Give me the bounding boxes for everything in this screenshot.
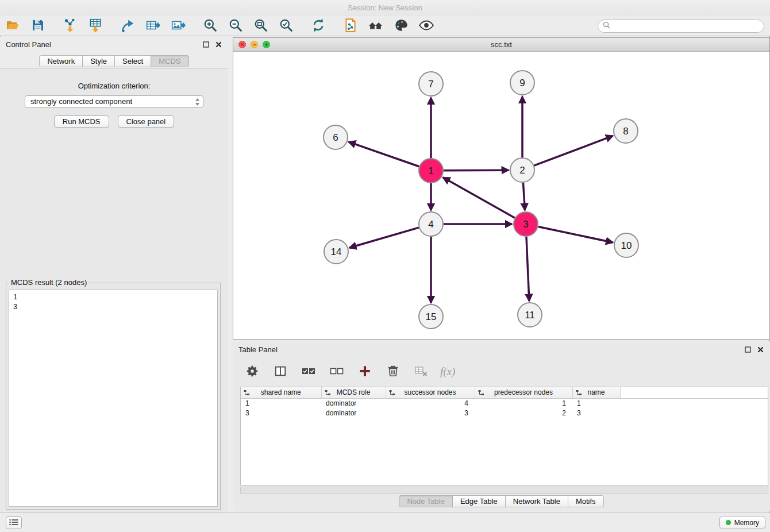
- node-label: 8: [623, 126, 628, 137]
- tab-node-table[interactable]: Node Table: [399, 495, 453, 507]
- refresh-view-button[interactable]: [309, 17, 328, 35]
- tab-edge-table[interactable]: Edge Table: [452, 495, 506, 507]
- control-panel-titlebar: Control Panel: [0, 37, 228, 52]
- table-settings-button[interactable]: [243, 363, 261, 381]
- graph-node-7[interactable]: 7: [419, 72, 443, 96]
- graph-node-2[interactable]: 2: [510, 158, 534, 182]
- graph-node-1[interactable]: 1: [419, 159, 443, 183]
- table-row[interactable]: 1 dominator 4 1 1: [241, 398, 768, 408]
- save-session-button[interactable]: [29, 17, 47, 35]
- edge-2-8[interactable]: [534, 136, 613, 165]
- main-toolbar: [0, 16, 770, 36]
- tab-select[interactable]: Select: [114, 55, 151, 67]
- export-image-button[interactable]: [169, 17, 187, 35]
- function-builder-button[interactable]: f(x): [440, 363, 455, 381]
- show-hide-button[interactable]: [417, 17, 436, 35]
- table-toolbar: f(x): [243, 360, 455, 383]
- zoom-in-button[interactable]: [201, 17, 220, 35]
- export-table-button[interactable]: [144, 17, 162, 35]
- criterion-select-value: strongly connected component: [30, 97, 132, 106]
- edge-3-11[interactable]: [526, 237, 529, 301]
- memory-button[interactable]: Memory: [719, 516, 765, 529]
- graph-node-4[interactable]: 4: [419, 212, 443, 236]
- float-table-panel-button[interactable]: [744, 345, 752, 353]
- open-file-button[interactable]: [3, 17, 22, 35]
- import-table-button[interactable]: [86, 17, 105, 35]
- network-window: scc.txt 7968124314101511: [233, 37, 770, 340]
- style-palette-button[interactable]: [392, 17, 410, 35]
- home-button[interactable]: [367, 17, 385, 35]
- graph-node-10[interactable]: 10: [614, 233, 638, 257]
- node-table[interactable]: shared name MCDS role successor nodes pr…: [240, 387, 768, 485]
- network-canvas[interactable]: 7968124314101511: [233, 52, 769, 339]
- close-panel-x-button[interactable]: [214, 40, 222, 48]
- column-type-icon: [389, 390, 395, 398]
- column-header-shared-name[interactable]: shared name: [241, 387, 321, 398]
- criterion-select[interactable]: strongly connected component: [25, 95, 203, 108]
- tab-mcds[interactable]: MCDS: [151, 55, 188, 67]
- mcds-result-box[interactable]: 1 3: [9, 290, 218, 507]
- minimize-window-button[interactable]: [251, 41, 258, 48]
- edge-2-3[interactable]: [523, 183, 525, 210]
- eye-icon: [418, 18, 434, 34]
- graph-node-3[interactable]: 3: [514, 212, 538, 236]
- node-label: 15: [426, 311, 437, 322]
- node-label: 14: [331, 246, 342, 257]
- column-header-name[interactable]: name: [572, 387, 620, 398]
- column-type-icon: [325, 390, 331, 398]
- delete-column-button[interactable]: [384, 363, 402, 381]
- export-network-button[interactable]: [118, 17, 137, 35]
- tab-network[interactable]: Network: [39, 55, 83, 67]
- graph-node-9[interactable]: 9: [510, 71, 534, 95]
- import-network-button[interactable]: [61, 17, 79, 35]
- edge-1-2[interactable]: [444, 170, 509, 171]
- select-all-columns-button[interactable]: [299, 363, 318, 381]
- palette-icon: [394, 18, 409, 34]
- task-history-button[interactable]: [6, 516, 22, 529]
- mcds-result-line: 3: [13, 302, 213, 311]
- graph-node-14[interactable]: 14: [324, 240, 348, 264]
- tab-network-table[interactable]: Network Table: [505, 495, 568, 507]
- search-box[interactable]: [598, 20, 764, 33]
- import-network-icon: [63, 18, 78, 34]
- column-header-mcds-role[interactable]: MCDS role: [321, 387, 386, 398]
- zoom-fit-button[interactable]: [252, 17, 270, 35]
- graph-node-6[interactable]: 6: [324, 125, 348, 149]
- mcds-result-group: MCDS result (2 nodes) 1 3: [6, 283, 221, 510]
- zoom-window-button[interactable]: [263, 41, 270, 48]
- status-bar: Memory: [0, 512, 770, 532]
- column-header-successor-nodes[interactable]: successor nodes: [386, 387, 475, 398]
- tab-style[interactable]: Style: [82, 55, 115, 67]
- graph-node-15[interactable]: 15: [419, 304, 443, 329]
- delete-table-button[interactable]: [412, 363, 430, 381]
- zoom-fit-icon: [253, 18, 268, 34]
- network-window-titlebar[interactable]: scc.txt: [233, 38, 769, 52]
- control-panel: Control Panel Network Style Select MCDS …: [0, 37, 228, 512]
- add-column-button[interactable]: [356, 363, 374, 381]
- horizontal-scrollbar[interactable]: [240, 487, 768, 494]
- edge-1-6[interactable]: [349, 142, 419, 167]
- float-panel-button[interactable]: [202, 40, 210, 48]
- window-titlebar[interactable]: Session: New Session: [0, 0, 770, 16]
- column-header-predecessor-nodes[interactable]: predecessor nodes: [475, 387, 572, 398]
- window-title: Session: New Session: [348, 3, 422, 12]
- search-input[interactable]: [613, 22, 759, 30]
- network-document-button[interactable]: [341, 17, 360, 35]
- edge-4-14[interactable]: [349, 228, 419, 248]
- node-label: 11: [525, 310, 535, 321]
- gear-icon: [246, 365, 259, 379]
- graph-node-11[interactable]: 11: [518, 303, 542, 327]
- zoom-out-button[interactable]: [226, 17, 245, 35]
- zoom-selected-button[interactable]: [277, 17, 295, 35]
- table-row[interactable]: 3 dominator 3 2 3: [241, 408, 768, 418]
- split-columns-button[interactable]: [271, 363, 290, 381]
- edge-3-1[interactable]: [443, 178, 515, 218]
- run-mcds-button[interactable]: Run MCDS: [54, 115, 109, 128]
- unselect-all-columns-button[interactable]: [328, 363, 346, 381]
- close-window-button[interactable]: [238, 41, 246, 48]
- close-panel-button[interactable]: Close panel: [118, 115, 175, 128]
- edge-3-10[interactable]: [538, 227, 613, 242]
- graph-node-8[interactable]: 8: [614, 119, 638, 143]
- close-table-panel-button[interactable]: [756, 345, 764, 353]
- tab-motifs[interactable]: Motifs: [568, 495, 604, 507]
